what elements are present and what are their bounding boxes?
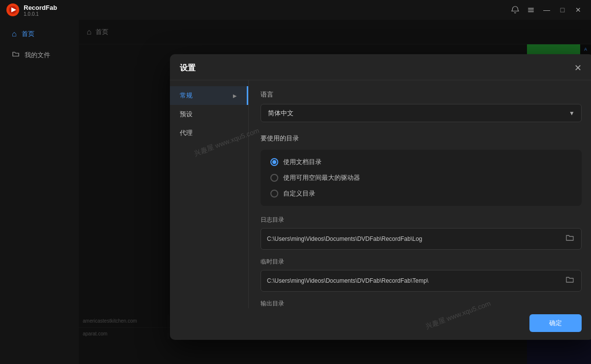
notification-button[interactable] bbox=[508, 3, 522, 17]
dialog-header: 设置 ✕ bbox=[170, 54, 591, 80]
language-select-wrapper: 简体中文 English 日本語 한국어 ▼ bbox=[261, 104, 582, 122]
menu-button[interactable] bbox=[524, 3, 538, 17]
title-bar: RecordFab 1.0.0.1 — □ ✕ bbox=[0, 0, 591, 20]
nav-arrow-icon: ▶ bbox=[233, 93, 237, 99]
temp-directory-browse-button[interactable] bbox=[564, 274, 575, 287]
folder-icon bbox=[12, 50, 20, 60]
dialog-nav-preset[interactable]: 预设 bbox=[170, 105, 248, 124]
radio-max-space[interactable]: 使用可用空间最大的驱动器 bbox=[270, 173, 572, 182]
sidebar-item-files[interactable]: 我的文件 bbox=[4, 45, 75, 65]
folder-svg-icon bbox=[12, 50, 20, 58]
app-version: 1.0.0.1 bbox=[24, 12, 57, 17]
radio-documents-dot bbox=[272, 160, 276, 164]
radio-documents[interactable]: 使用文档目录 bbox=[270, 158, 572, 166]
app-branding: RecordFab 1.0.0.1 bbox=[6, 3, 57, 17]
log-directory-section: 日志目录 C:\Users\ming\Videos\Documents\DVDF… bbox=[261, 216, 582, 250]
radio-custom[interactable]: 自定义目录 bbox=[270, 189, 572, 198]
minimize-button[interactable]: — bbox=[540, 3, 554, 17]
dialog-close-button[interactable]: ✕ bbox=[572, 62, 584, 74]
log-directory-input-row: C:\Users\ming\Videos\Documents\DVDFab\Re… bbox=[261, 228, 582, 250]
content-area: ⌂ 首页 ICK A B C D E F G H I J K bbox=[79, 20, 591, 364]
dialog-nav-preset-label: 预设 bbox=[180, 110, 193, 119]
svg-rect-3 bbox=[528, 8, 534, 9]
confirm-button[interactable]: 确定 bbox=[529, 314, 582, 332]
folder-browse-icon bbox=[565, 233, 574, 242]
main-layout: ⌂ 首页 我的文件 ⌂ 首页 ICK A bbox=[0, 20, 591, 364]
home-icon: ⌂ bbox=[12, 30, 17, 38]
dialog-nav-proxy-label: 代理 bbox=[180, 129, 193, 137]
log-directory-browse-button[interactable] bbox=[564, 232, 575, 245]
radio-documents-label: 使用文档目录 bbox=[283, 158, 322, 166]
svg-rect-5 bbox=[528, 11, 534, 12]
sidebar: ⌂ 首页 我的文件 bbox=[0, 20, 79, 364]
dialog-sidebar: 常规 ▶ 预设 代理 bbox=[170, 80, 249, 308]
restore-button[interactable]: □ bbox=[556, 3, 569, 17]
svg-rect-4 bbox=[528, 10, 534, 11]
radio-custom-label: 自定义目录 bbox=[283, 189, 315, 198]
settings-dialog: 设置 ✕ 常规 ▶ 预设 代理 bbox=[170, 54, 591, 340]
menu-icon bbox=[527, 6, 535, 14]
dialog-footer: 确定 bbox=[170, 308, 591, 340]
dialog-title: 设置 bbox=[180, 63, 196, 73]
language-section-label: 语言 bbox=[261, 90, 582, 99]
folder-browse-icon-2 bbox=[565, 275, 574, 284]
window-controls: — □ ✕ bbox=[508, 3, 585, 17]
sidebar-item-files-label: 我的文件 bbox=[25, 51, 50, 60]
dialog-nav-general-label: 常规 bbox=[180, 91, 193, 100]
radio-documents-circle bbox=[270, 158, 278, 166]
temp-directory-section: 临时目录 C:\Users\ming\Videos\Documents\DVDF… bbox=[261, 258, 582, 292]
sidebar-item-home[interactable]: ⌂ 首页 bbox=[4, 25, 75, 43]
close-button[interactable]: ✕ bbox=[571, 3, 585, 17]
temp-directory-label: 临时目录 bbox=[261, 258, 582, 266]
app-name-block: RecordFab 1.0.0.1 bbox=[24, 3, 57, 17]
sidebar-item-home-label: 首页 bbox=[22, 30, 34, 38]
radio-max-space-label: 使用可用空间最大的驱动器 bbox=[283, 173, 360, 182]
radio-max-space-circle bbox=[270, 174, 278, 182]
app-logo-icon bbox=[6, 3, 20, 17]
notification-icon bbox=[511, 6, 519, 14]
log-directory-path: C:\Users\ming\Videos\Documents\DVDFab\Re… bbox=[267, 235, 560, 242]
output-directory-section: 输出目录 bbox=[261, 299, 582, 308]
output-directory-label: 输出目录 bbox=[261, 299, 582, 308]
modal-overlay: 设置 ✕ 常规 ▶ 预设 代理 bbox=[79, 20, 591, 364]
app-name: RecordFab bbox=[24, 4, 57, 11]
dialog-content: 语言 简体中文 English 日本語 한국어 ▼ 要使用的目录 bbox=[249, 80, 591, 308]
radio-custom-circle bbox=[270, 190, 278, 198]
directory-section-label: 要使用的目录 bbox=[261, 134, 582, 143]
temp-directory-input-row: C:\Users\ming\Videos\Documents\DVDFab\Re… bbox=[261, 270, 582, 292]
log-directory-label: 日志目录 bbox=[261, 216, 582, 224]
dialog-nav-general[interactable]: 常规 ▶ bbox=[170, 86, 248, 105]
directory-radio-group: 使用文档目录 使用可用空间最大的驱动器 自定义目录 bbox=[261, 150, 582, 206]
dialog-body: 常规 ▶ 预设 代理 语言 bbox=[170, 80, 591, 308]
dialog-nav-proxy[interactable]: 代理 bbox=[170, 124, 248, 142]
language-select[interactable]: 简体中文 English 日本語 한국어 bbox=[261, 104, 582, 122]
temp-directory-path: C:\Users\ming\Videos\Documents\DVDFab\Re… bbox=[267, 277, 560, 284]
